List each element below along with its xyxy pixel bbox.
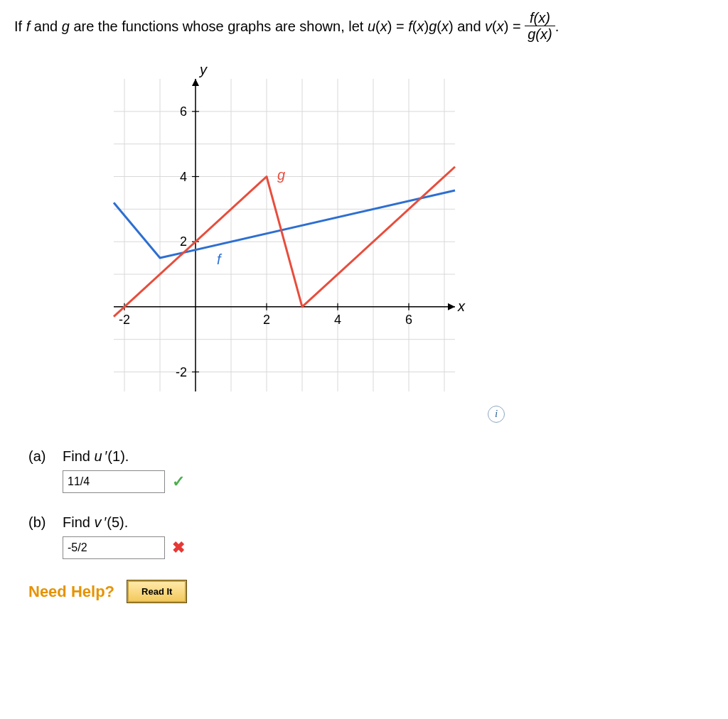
question-a: (a) Find u ′(1). ✓ [28,448,711,493]
stmt-p5: ) [449,18,454,34]
svg-text:y: y [198,62,208,77]
problem-statement: If f and g are the functions whose graph… [14,11,711,43]
stmt-text: If [14,18,26,34]
qa-prompt-a: Find u ′(1). [63,448,129,465]
svg-text:x: x [457,298,466,314]
cross-icon: ✖ [172,539,185,557]
need-help-label: Need Help? [28,583,114,601]
stmt-p4: ( [437,18,441,34]
stmt-x3: x [441,18,449,34]
read-it-button[interactable]: Read It [127,580,186,602]
svg-text:6: 6 [180,104,187,119]
stmt-mid2: and [454,18,485,34]
stmt-x2: x [417,18,424,34]
svg-text:g: g [277,167,285,183]
frac-num-f: f [530,10,534,26]
graph-svg: -2246642-2yxfg [85,58,483,427]
stmt-period: . [555,18,560,34]
stmt-mid1: are the functions whose graphs are shown… [70,18,368,34]
svg-text:4: 4 [334,313,341,327]
svg-text:-2: -2 [176,365,187,379]
qa-prompt-b: Find v ′(5). [63,514,128,531]
stmt-v: v [485,18,492,34]
answer-input-b[interactable] [63,536,165,559]
stmt-fraction: f(x) g(x) [525,10,555,42]
svg-text:4: 4 [180,170,187,184]
frac-den-g: g [528,26,535,42]
stmt-p1: ( [375,18,380,34]
svg-text:2: 2 [180,234,187,249]
stmt-and: and [30,18,61,34]
svg-text:6: 6 [405,313,412,327]
svg-text:2: 2 [263,313,270,327]
frac-num-x: x [538,10,545,26]
qa-label-a: (a) [28,448,50,465]
need-help-row: Need Help? Read It [28,580,711,602]
qb-b-post: (5). [107,514,128,530]
graph-container: -2246642-2yxfg i [85,58,483,427]
frac-den-x: x [540,26,547,42]
qb-b-fn: v [94,514,101,530]
qa-label-b: (b) [28,514,50,531]
qb-b-pre: Find [63,514,94,530]
stmt-p6: ( [492,18,497,34]
question-b: (b) Find v ′(5). ✖ [28,514,711,559]
check-icon: ✓ [172,472,185,491]
svg-marker-21 [448,303,455,310]
stmt-eq2: ) = [504,18,525,34]
stmt-x4: x [497,18,504,34]
qa-a-pre: Find [63,448,94,464]
stmt-u: u [368,18,375,34]
svg-text:-2: -2 [119,313,130,327]
qa-a-fn: u [94,448,102,464]
svg-text:f: f [217,252,223,267]
answer-input-a[interactable] [63,470,165,493]
info-icon[interactable]: i [488,406,505,423]
stmt-g: g [62,18,70,34]
stmt-x1: x [380,18,387,34]
stmt-gx: g [429,18,437,34]
qa-a-post: (1). [107,448,129,464]
svg-marker-22 [192,79,199,86]
stmt-eq1: ) = [387,18,408,34]
